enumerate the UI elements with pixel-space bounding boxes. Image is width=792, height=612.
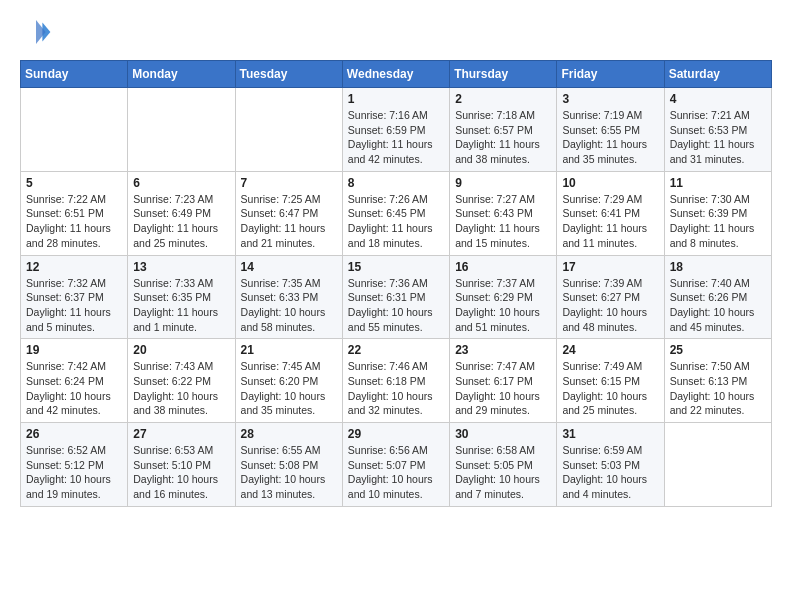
- calendar-cell: 16Sunrise: 7:37 AMSunset: 6:29 PMDayligh…: [450, 255, 557, 339]
- calendar-cell: [235, 88, 342, 172]
- header: [20, 16, 772, 48]
- day-info: Sunrise: 7:23 AMSunset: 6:49 PMDaylight:…: [133, 192, 229, 251]
- calendar-cell: 17Sunrise: 7:39 AMSunset: 6:27 PMDayligh…: [557, 255, 664, 339]
- day-info: Sunrise: 6:59 AMSunset: 5:03 PMDaylight:…: [562, 443, 658, 502]
- day-number: 15: [348, 260, 444, 274]
- calendar-cell: 26Sunrise: 6:52 AMSunset: 5:12 PMDayligh…: [21, 423, 128, 507]
- day-number: 1: [348, 92, 444, 106]
- svg-marker-1: [36, 20, 46, 44]
- day-number: 23: [455, 343, 551, 357]
- calendar-cell: 30Sunrise: 6:58 AMSunset: 5:05 PMDayligh…: [450, 423, 557, 507]
- day-info: Sunrise: 6:56 AMSunset: 5:07 PMDaylight:…: [348, 443, 444, 502]
- calendar-cell: 29Sunrise: 6:56 AMSunset: 5:07 PMDayligh…: [342, 423, 449, 507]
- calendar-cell: 11Sunrise: 7:30 AMSunset: 6:39 PMDayligh…: [664, 171, 771, 255]
- day-number: 29: [348, 427, 444, 441]
- calendar-header-row: SundayMondayTuesdayWednesdayThursdayFrid…: [21, 61, 772, 88]
- calendar-cell: 22Sunrise: 7:46 AMSunset: 6:18 PMDayligh…: [342, 339, 449, 423]
- day-info: Sunrise: 7:25 AMSunset: 6:47 PMDaylight:…: [241, 192, 337, 251]
- calendar-cell: 18Sunrise: 7:40 AMSunset: 6:26 PMDayligh…: [664, 255, 771, 339]
- day-info: Sunrise: 7:32 AMSunset: 6:37 PMDaylight:…: [26, 276, 122, 335]
- day-info: Sunrise: 7:22 AMSunset: 6:51 PMDaylight:…: [26, 192, 122, 251]
- day-info: Sunrise: 7:29 AMSunset: 6:41 PMDaylight:…: [562, 192, 658, 251]
- calendar-week-5: 26Sunrise: 6:52 AMSunset: 5:12 PMDayligh…: [21, 423, 772, 507]
- day-number: 9: [455, 176, 551, 190]
- day-number: 21: [241, 343, 337, 357]
- day-info: Sunrise: 6:52 AMSunset: 5:12 PMDaylight:…: [26, 443, 122, 502]
- calendar-cell: 24Sunrise: 7:49 AMSunset: 6:15 PMDayligh…: [557, 339, 664, 423]
- day-info: Sunrise: 7:27 AMSunset: 6:43 PMDaylight:…: [455, 192, 551, 251]
- calendar-cell: 2Sunrise: 7:18 AMSunset: 6:57 PMDaylight…: [450, 88, 557, 172]
- day-number: 16: [455, 260, 551, 274]
- day-number: 25: [670, 343, 766, 357]
- day-number: 5: [26, 176, 122, 190]
- calendar-cell: 8Sunrise: 7:26 AMSunset: 6:45 PMDaylight…: [342, 171, 449, 255]
- calendar-cell: 25Sunrise: 7:50 AMSunset: 6:13 PMDayligh…: [664, 339, 771, 423]
- day-number: 3: [562, 92, 658, 106]
- day-number: 18: [670, 260, 766, 274]
- calendar-cell: 21Sunrise: 7:45 AMSunset: 6:20 PMDayligh…: [235, 339, 342, 423]
- calendar-cell: 3Sunrise: 7:19 AMSunset: 6:55 PMDaylight…: [557, 88, 664, 172]
- calendar-cell: 14Sunrise: 7:35 AMSunset: 6:33 PMDayligh…: [235, 255, 342, 339]
- day-number: 10: [562, 176, 658, 190]
- logo-icon: [20, 16, 52, 48]
- calendar-cell: 19Sunrise: 7:42 AMSunset: 6:24 PMDayligh…: [21, 339, 128, 423]
- day-number: 27: [133, 427, 229, 441]
- calendar-cell: 10Sunrise: 7:29 AMSunset: 6:41 PMDayligh…: [557, 171, 664, 255]
- calendar-cell: [128, 88, 235, 172]
- day-info: Sunrise: 7:40 AMSunset: 6:26 PMDaylight:…: [670, 276, 766, 335]
- calendar-cell: 6Sunrise: 7:23 AMSunset: 6:49 PMDaylight…: [128, 171, 235, 255]
- day-number: 6: [133, 176, 229, 190]
- day-number: 14: [241, 260, 337, 274]
- day-info: Sunrise: 6:58 AMSunset: 5:05 PMDaylight:…: [455, 443, 551, 502]
- calendar-cell: 12Sunrise: 7:32 AMSunset: 6:37 PMDayligh…: [21, 255, 128, 339]
- calendar-cell: 7Sunrise: 7:25 AMSunset: 6:47 PMDaylight…: [235, 171, 342, 255]
- day-info: Sunrise: 7:45 AMSunset: 6:20 PMDaylight:…: [241, 359, 337, 418]
- calendar-cell: 31Sunrise: 6:59 AMSunset: 5:03 PMDayligh…: [557, 423, 664, 507]
- day-info: Sunrise: 7:42 AMSunset: 6:24 PMDaylight:…: [26, 359, 122, 418]
- calendar-week-4: 19Sunrise: 7:42 AMSunset: 6:24 PMDayligh…: [21, 339, 772, 423]
- calendar-cell: 20Sunrise: 7:43 AMSunset: 6:22 PMDayligh…: [128, 339, 235, 423]
- day-info: Sunrise: 7:16 AMSunset: 6:59 PMDaylight:…: [348, 108, 444, 167]
- day-info: Sunrise: 7:21 AMSunset: 6:53 PMDaylight:…: [670, 108, 766, 167]
- calendar-cell: 28Sunrise: 6:55 AMSunset: 5:08 PMDayligh…: [235, 423, 342, 507]
- day-number: 7: [241, 176, 337, 190]
- col-header-saturday: Saturday: [664, 61, 771, 88]
- day-number: 30: [455, 427, 551, 441]
- day-number: 31: [562, 427, 658, 441]
- day-info: Sunrise: 7:26 AMSunset: 6:45 PMDaylight:…: [348, 192, 444, 251]
- logo: [20, 16, 54, 48]
- day-info: Sunrise: 7:30 AMSunset: 6:39 PMDaylight:…: [670, 192, 766, 251]
- day-number: 11: [670, 176, 766, 190]
- day-number: 22: [348, 343, 444, 357]
- calendar-week-3: 12Sunrise: 7:32 AMSunset: 6:37 PMDayligh…: [21, 255, 772, 339]
- calendar-cell: 5Sunrise: 7:22 AMSunset: 6:51 PMDaylight…: [21, 171, 128, 255]
- day-info: Sunrise: 7:35 AMSunset: 6:33 PMDaylight:…: [241, 276, 337, 335]
- day-number: 4: [670, 92, 766, 106]
- day-number: 28: [241, 427, 337, 441]
- col-header-tuesday: Tuesday: [235, 61, 342, 88]
- day-info: Sunrise: 7:43 AMSunset: 6:22 PMDaylight:…: [133, 359, 229, 418]
- day-number: 26: [26, 427, 122, 441]
- day-info: Sunrise: 7:18 AMSunset: 6:57 PMDaylight:…: [455, 108, 551, 167]
- day-number: 24: [562, 343, 658, 357]
- day-info: Sunrise: 6:53 AMSunset: 5:10 PMDaylight:…: [133, 443, 229, 502]
- calendar-cell: 23Sunrise: 7:47 AMSunset: 6:17 PMDayligh…: [450, 339, 557, 423]
- calendar-cell: 15Sunrise: 7:36 AMSunset: 6:31 PMDayligh…: [342, 255, 449, 339]
- calendar-cell: [21, 88, 128, 172]
- col-header-wednesday: Wednesday: [342, 61, 449, 88]
- day-number: 2: [455, 92, 551, 106]
- calendar-week-2: 5Sunrise: 7:22 AMSunset: 6:51 PMDaylight…: [21, 171, 772, 255]
- day-number: 20: [133, 343, 229, 357]
- day-info: Sunrise: 7:36 AMSunset: 6:31 PMDaylight:…: [348, 276, 444, 335]
- day-number: 8: [348, 176, 444, 190]
- page: SundayMondayTuesdayWednesdayThursdayFrid…: [0, 0, 792, 612]
- calendar: SundayMondayTuesdayWednesdayThursdayFrid…: [20, 60, 772, 507]
- day-info: Sunrise: 7:50 AMSunset: 6:13 PMDaylight:…: [670, 359, 766, 418]
- day-number: 17: [562, 260, 658, 274]
- col-header-sunday: Sunday: [21, 61, 128, 88]
- calendar-cell: 4Sunrise: 7:21 AMSunset: 6:53 PMDaylight…: [664, 88, 771, 172]
- day-info: Sunrise: 7:33 AMSunset: 6:35 PMDaylight:…: [133, 276, 229, 335]
- day-info: Sunrise: 7:47 AMSunset: 6:17 PMDaylight:…: [455, 359, 551, 418]
- calendar-week-1: 1Sunrise: 7:16 AMSunset: 6:59 PMDaylight…: [21, 88, 772, 172]
- calendar-cell: 27Sunrise: 6:53 AMSunset: 5:10 PMDayligh…: [128, 423, 235, 507]
